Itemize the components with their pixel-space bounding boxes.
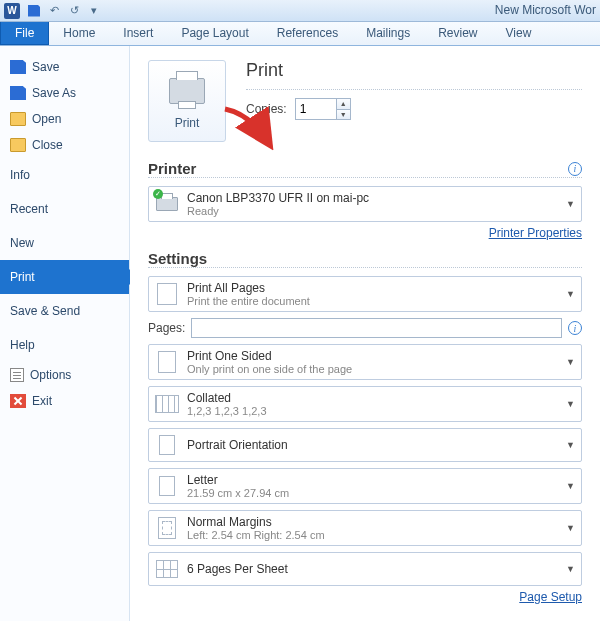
sidebar-label: Help — [10, 338, 35, 352]
sides-title: Print One Sided — [187, 349, 562, 363]
chevron-down-icon: ▼ — [566, 289, 575, 299]
sidebar-item-save[interactable]: Save — [0, 54, 129, 80]
options-icon — [10, 368, 24, 382]
spinner-down-icon[interactable]: ▼ — [337, 110, 350, 120]
tab-references[interactable]: References — [263, 22, 352, 45]
tab-view[interactable]: View — [492, 22, 546, 45]
backstage-main: Save Save As Open Close Info Recent New … — [0, 46, 600, 621]
print-heading: Print — [246, 60, 582, 81]
sides-dropdown[interactable]: Print One Sided Only print on one side o… — [148, 344, 582, 380]
pages-input[interactable] — [191, 318, 562, 338]
sidebar-item-options[interactable]: Options — [0, 362, 129, 388]
sidebar-label: Print — [10, 270, 35, 284]
redo-icon[interactable]: ↺ — [66, 3, 82, 19]
collation-sub: 1,2,3 1,2,3 1,2,3 — [187, 405, 562, 417]
word-app-icon: W — [4, 3, 20, 19]
ready-check-icon: ✓ — [153, 189, 163, 199]
print-range-title: Print All Pages — [187, 281, 562, 295]
sidebar-label: New — [10, 236, 34, 250]
chevron-down-icon: ▼ — [566, 199, 575, 209]
tab-review[interactable]: Review — [424, 22, 491, 45]
folder-open-icon — [10, 112, 26, 126]
orientation-dropdown[interactable]: Portrait Orientation ▼ — [148, 428, 582, 462]
portrait-icon — [159, 435, 175, 455]
sidebar-label: Open — [32, 112, 61, 126]
sidebar-label: Close — [32, 138, 63, 152]
tab-insert[interactable]: Insert — [109, 22, 167, 45]
printer-icon — [169, 78, 205, 104]
margins-icon — [158, 517, 176, 539]
folder-close-icon — [10, 138, 26, 152]
collation-title: Collated — [187, 391, 562, 405]
chevron-down-icon: ▼ — [566, 357, 575, 367]
printer-status: Ready — [187, 205, 562, 217]
sidebar-item-close[interactable]: Close — [0, 132, 129, 158]
sidebar-label: Recent — [10, 202, 48, 216]
ribbon-tabs: File Home Insert Page Layout References … — [0, 22, 600, 46]
divider — [148, 177, 582, 178]
paper-icon — [159, 476, 175, 496]
sidebar-label: Save As — [32, 86, 76, 100]
title-bar: W ↶ ↺ ▾ New Microsoft Wor — [0, 0, 600, 22]
divider — [246, 89, 582, 90]
tab-mailings[interactable]: Mailings — [352, 22, 424, 45]
sidebar-item-recent[interactable]: Recent — [0, 192, 129, 226]
print-range-dropdown[interactable]: Print All Pages Print the entire documen… — [148, 276, 582, 312]
chevron-down-icon: ▼ — [566, 564, 575, 574]
printer-dropdown[interactable]: ✓ Canon LBP3370 UFR II on mai-pc Ready ▼ — [148, 186, 582, 222]
pages-per-sheet-title: 6 Pages Per Sheet — [187, 562, 562, 576]
printer-heading: Printer — [148, 160, 196, 177]
backstage-sidebar: Save Save As Open Close Info Recent New … — [0, 46, 130, 621]
sidebar-item-open[interactable]: Open — [0, 106, 129, 132]
sidebar-item-saveas[interactable]: Save As — [0, 80, 129, 106]
print-panel: Print Print Copies: ▲ ▼ — [130, 46, 600, 621]
undo-icon[interactable]: ↶ — [46, 3, 62, 19]
paper-size-dropdown[interactable]: Letter 21.59 cm x 27.94 cm ▼ — [148, 468, 582, 504]
tab-pagelayout[interactable]: Page Layout — [167, 22, 262, 45]
sidebar-item-savesend[interactable]: Save & Send — [0, 294, 129, 328]
save-icon — [10, 60, 26, 74]
margins-dropdown[interactable]: Normal Margins Left: 2.54 cm Right: 2.54… — [148, 510, 582, 546]
sidebar-item-print[interactable]: Print — [0, 260, 129, 294]
collated-icon — [155, 395, 179, 413]
margins-title: Normal Margins — [187, 515, 562, 529]
print-button-label: Print — [175, 116, 200, 130]
tab-file[interactable]: File — [0, 22, 49, 45]
settings-heading: Settings — [148, 250, 207, 267]
tab-home[interactable]: Home — [49, 22, 109, 45]
sides-sub: Only print on one side of the page — [187, 363, 562, 375]
pages-icon — [157, 283, 177, 305]
sidebar-label: Options — [30, 368, 71, 382]
page-setup-link[interactable]: Page Setup — [519, 590, 582, 604]
copies-input[interactable] — [296, 99, 336, 119]
sidebar-item-new[interactable]: New — [0, 226, 129, 260]
printer-name: Canon LBP3370 UFR II on mai-pc — [187, 191, 562, 205]
sidebar-item-help[interactable]: Help — [0, 328, 129, 362]
sidebar-label: Save — [32, 60, 59, 74]
sidebar-item-exit[interactable]: Exit — [0, 388, 129, 414]
printer-properties-link[interactable]: Printer Properties — [489, 226, 582, 240]
sidebar-label: Info — [10, 168, 30, 182]
sidebar-label: Save & Send — [10, 304, 80, 318]
pages-per-sheet-dropdown[interactable]: 6 Pages Per Sheet ▼ — [148, 552, 582, 586]
save-as-icon — [10, 86, 26, 100]
chevron-down-icon: ▼ — [566, 481, 575, 491]
info-icon[interactable]: i — [568, 321, 582, 335]
info-icon[interactable]: i — [568, 162, 582, 176]
orientation-title: Portrait Orientation — [187, 438, 562, 452]
chevron-down-icon: ▼ — [566, 523, 575, 533]
paper-sub: 21.59 cm x 27.94 cm — [187, 487, 562, 499]
chevron-down-icon: ▼ — [566, 399, 575, 409]
window-title: New Microsoft Wor — [495, 3, 596, 17]
copies-spinner[interactable]: ▲ ▼ — [295, 98, 351, 120]
collation-dropdown[interactable]: Collated 1,2,3 1,2,3 1,2,3 ▼ — [148, 386, 582, 422]
spinner-up-icon[interactable]: ▲ — [337, 99, 350, 110]
save-qat-icon[interactable] — [26, 3, 42, 19]
customize-qat-icon[interactable]: ▾ — [86, 3, 102, 19]
divider — [148, 267, 582, 268]
print-range-sub: Print the entire document — [187, 295, 562, 307]
print-button[interactable]: Print — [148, 60, 226, 142]
margins-sub: Left: 2.54 cm Right: 2.54 cm — [187, 529, 562, 541]
chevron-down-icon: ▼ — [566, 440, 575, 450]
sidebar-item-info[interactable]: Info — [0, 158, 129, 192]
